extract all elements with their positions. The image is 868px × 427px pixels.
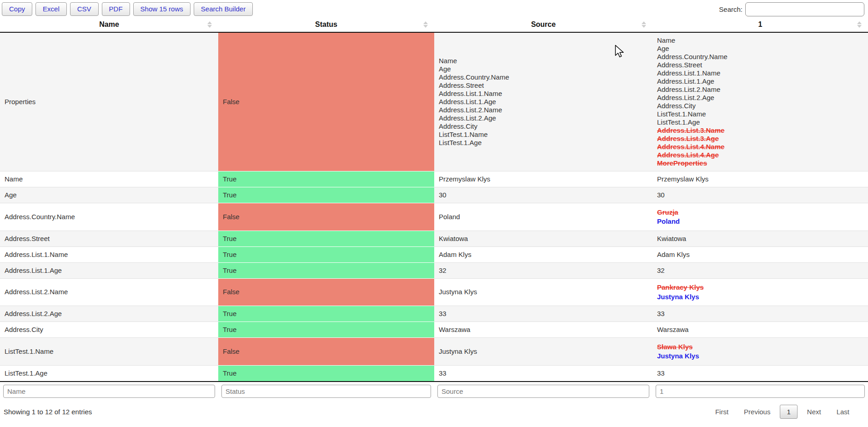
source-value-cell: Przemyslaw Klys: [434, 171, 652, 187]
added-value: Justyna Klys: [657, 293, 863, 301]
column-header-label: 1: [758, 20, 763, 28]
pagination-page-1[interactable]: 1: [780, 405, 797, 419]
column-filter-input-status[interactable]: [221, 385, 431, 398]
column-filter-input-source[interactable]: [437, 385, 649, 398]
toolbar: CopyExcelCSVPDFShow 15 rowsSearch Builde…: [0, 0, 868, 17]
source-list-item: Address.List.2.Name: [439, 106, 648, 114]
source-list-item: ListTest.1.Age: [439, 139, 648, 147]
sort-icon: [207, 21, 212, 28]
filter-cell: [434, 382, 652, 401]
compare-value-cell: 33: [652, 365, 868, 382]
column-header-name[interactable]: Name: [0, 17, 218, 32]
result-list-item: ListTest.1.Age: [657, 118, 863, 126]
result-list-item: Age: [657, 45, 863, 53]
added-value: Poland: [657, 217, 863, 226]
table-row: Address.List.2.Name False Justyna Klys P…: [0, 278, 868, 306]
table-row: Address.List.2.Age True 33 33: [0, 306, 868, 322]
status-cell: False: [218, 278, 434, 306]
source-list-item: Name: [439, 57, 648, 65]
status-cell: True: [218, 187, 434, 203]
toolbar-button-search-builder[interactable]: Search Builder: [194, 2, 253, 16]
table-row: Address.City True Warszawa Warszawa: [0, 322, 868, 338]
search-label: Search:: [719, 5, 743, 13]
pagination-last[interactable]: Last: [831, 405, 855, 418]
source-value-cell: 30: [434, 187, 652, 203]
property-name-cell: Address.List.2.Age: [0, 306, 218, 322]
search-box: Search:: [719, 2, 866, 16]
property-name-cell: ListTest.1.Age: [0, 365, 218, 382]
source-value-cell: Adam Klys: [434, 246, 652, 262]
sort-icon: [642, 21, 646, 28]
table-row: ListTest.1.Name False Justyna Klys Sława…: [0, 338, 868, 366]
table-row: ListTest.1.Age True 33 33: [0, 365, 868, 382]
toolbar-button-copy[interactable]: Copy: [2, 2, 32, 16]
toolbar-button-csv[interactable]: CSV: [70, 2, 99, 16]
pagination-next[interactable]: Next: [801, 405, 827, 418]
removed-property-item: Address.List.4.Age: [657, 151, 863, 159]
added-value: Justyna Klys: [657, 352, 863, 360]
toolbar-button-excel[interactable]: Excel: [35, 2, 67, 16]
table-body: Properties False NameAgeAddress.Country.…: [0, 32, 868, 382]
column-header-1[interactable]: 1: [652, 17, 868, 32]
status-cell: True: [218, 231, 434, 246]
pagination: First Previous 1 Next Last: [706, 405, 855, 419]
source-list-item: Address.Street: [439, 81, 648, 90]
status-cell: True: [218, 262, 434, 278]
property-name-cell: Age: [0, 187, 218, 203]
table-footer: [0, 382, 868, 401]
removed-property-item: MoreProperties: [657, 159, 863, 167]
property-name-cell: Address.List.2.Name: [0, 278, 218, 306]
pagination-first[interactable]: First: [709, 405, 734, 418]
compare-value-cell: Przemyslaw Klys: [652, 171, 868, 187]
property-name-cell: ListTest.1.Name: [0, 338, 218, 366]
table-row: Name True Przemyslaw Klys Przemyslaw Kly…: [0, 171, 868, 187]
compare-value-cell: Adam Klys: [652, 246, 868, 262]
source-value-cell: Justyna Klys: [434, 278, 652, 306]
compare-value-cell: 33: [652, 306, 868, 322]
result-list-item: Address.List.1.Name: [657, 69, 863, 77]
source-list-item: ListTest.1.Name: [439, 131, 648, 139]
compare-value-cell: Sława KlysJustyna Klys: [652, 338, 868, 366]
toolbar-button-show-15-rows[interactable]: Show 15 rows: [133, 2, 191, 16]
column-header-source[interactable]: Source: [434, 17, 652, 32]
table-row: Age True 30 30: [0, 187, 868, 203]
column-filter-input-name[interactable]: [3, 385, 215, 398]
property-name-cell: Address.List.1.Age: [0, 262, 218, 278]
filter-cell: [218, 382, 434, 401]
result-list-item: ListTest.1.Name: [657, 110, 863, 118]
status-cell: False: [218, 32, 434, 171]
table-header: Name Status Source 1: [0, 17, 868, 32]
status-cell: False: [218, 338, 434, 366]
sort-icon: [423, 21, 428, 28]
column-header-label: Status: [315, 20, 337, 28]
search-input[interactable]: [745, 2, 864, 16]
table-row: Address.Street True Kwiatowa Kwiatowa: [0, 231, 868, 246]
source-list-item: Address.List.1.Age: [439, 98, 648, 106]
column-header-status[interactable]: Status: [218, 17, 434, 32]
table-row: Address.Country.Name False Poland Gruzja…: [0, 203, 868, 231]
source-list-item: Address.List.1.Name: [439, 90, 648, 98]
result-list-item: Address.Street: [657, 61, 863, 69]
sort-icon: [857, 21, 862, 28]
property-name-cell: Address.City: [0, 322, 218, 338]
column-filter-input-1[interactable]: [656, 385, 865, 398]
status-cell: False: [218, 203, 434, 231]
result-list-item: Address.List.1.Age: [657, 77, 863, 85]
toolbar-button-pdf[interactable]: PDF: [102, 2, 130, 16]
compare-value-cell: 30: [652, 187, 868, 203]
status-cell: True: [218, 365, 434, 382]
table-row: Address.List.1.Name True Adam Klys Adam …: [0, 246, 868, 262]
status-cell: True: [218, 171, 434, 187]
source-value-cell: Kwiatowa: [434, 231, 652, 246]
compare-value-cell: GruzjaPoland: [652, 203, 868, 231]
pagination-previous[interactable]: Previous: [738, 405, 776, 418]
property-name-cell: Address.Country.Name: [0, 203, 218, 231]
property-name-cell: Properties: [0, 32, 218, 171]
source-value-cell: 33: [434, 306, 652, 322]
source-list-item: Address.City: [439, 122, 648, 131]
source-value-cell: NameAgeAddress.Country.NameAddress.Stree…: [434, 32, 652, 171]
table-info: Showing 1 to 12 of 12 entries: [4, 408, 92, 416]
removed-property-item: Address.List.3.Name: [657, 126, 863, 135]
source-list-item: Address.Country.Name: [439, 73, 648, 81]
removed-value: Pankracy Klys: [657, 283, 863, 291]
